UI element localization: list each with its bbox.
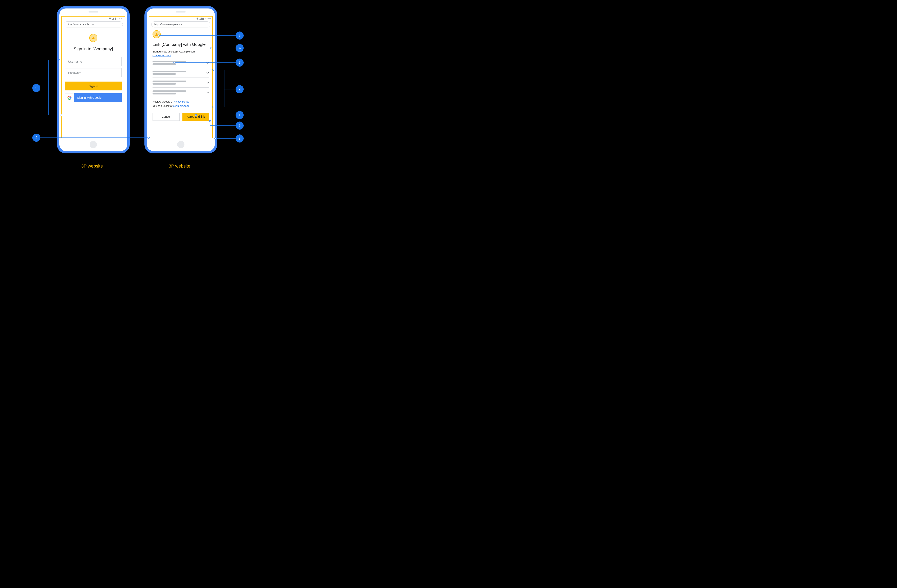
consent-actions: Cancel Agree and link — [153, 113, 209, 121]
url-text: https://www.example.com — [67, 23, 94, 26]
permissions-list — [153, 61, 209, 97]
battery-icon — [115, 18, 116, 20]
cellular-icon — [112, 18, 114, 20]
unlink-link[interactable]: example.com — [173, 104, 189, 107]
callout-badge-4: 4 — [32, 134, 40, 142]
connector-lines — [0, 0, 276, 181]
permission-text-placeholder — [153, 71, 204, 75]
svg-rect-0 — [115, 18, 116, 20]
url-text: https://www.example.com — [155, 23, 182, 26]
agree-button-label: Agree and link — [187, 115, 205, 118]
cellular-icon — [199, 18, 202, 20]
permission-item[interactable] — [153, 81, 209, 88]
chevron-down-icon — [206, 91, 209, 94]
company-logo-badge — [89, 34, 97, 42]
wifi-icon — [109, 18, 111, 20]
callout-badge-5: 5 — [32, 84, 40, 92]
username-placeholder: Username — [68, 60, 82, 63]
username-field[interactable]: Username — [65, 57, 122, 66]
password-field[interactable]: Password — [65, 68, 122, 77]
company-logo-badge — [153, 30, 161, 38]
caption-right: 3P website — [169, 163, 190, 169]
privacy-policy-link[interactable]: Privacy Policy — [173, 100, 189, 103]
permission-item[interactable] — [153, 71, 209, 78]
url-bar[interactable]: https://www.example.com — [64, 21, 123, 27]
unlink-text: You can unlink at example.com — [153, 104, 209, 107]
screen-frame: 12:30 https://www.example.com Sign in to… — [61, 16, 125, 138]
diagram-stage: 12:30 https://www.example.com Sign in to… — [0, 0, 276, 181]
phone-mockup-consent: 12:30 https://www.example.com Link [Comp… — [144, 6, 217, 153]
google-logo-icon — [65, 93, 74, 102]
home-button[interactable] — [177, 141, 184, 148]
password-placeholder: Password — [68, 71, 81, 75]
status-time: 12:30 — [117, 17, 123, 20]
permission-text-placeholder — [153, 61, 204, 65]
screen-frame: 12:30 https://www.example.com Link [Comp… — [149, 16, 213, 138]
svg-rect-2 — [202, 18, 204, 20]
url-bar[interactable]: https://www.example.com — [151, 21, 210, 27]
consent-content: Link [Company] with Google Signed in as … — [151, 29, 210, 137]
callout-badge-8: 8 — [236, 32, 243, 40]
permission-text-placeholder — [153, 90, 204, 95]
agree-and-link-button[interactable]: Agree and link — [182, 113, 209, 121]
permission-item[interactable] — [153, 61, 209, 68]
home-button[interactable] — [90, 141, 97, 148]
callout-badge-1: 1 — [236, 111, 243, 119]
change-account-link[interactable]: change account — [153, 54, 171, 57]
signin-content: Sign in to [Company] Username Password S… — [64, 29, 123, 137]
phone-mockup-signin: 12:30 https://www.example.com Sign in to… — [57, 6, 130, 153]
caption-left: 3P website — [81, 163, 103, 169]
callout-badge-2: 2 — [236, 85, 243, 93]
battery-icon — [202, 18, 204, 20]
phone-speaker — [89, 11, 98, 12]
callout-badge-3: 3 — [236, 134, 243, 142]
consent-title: Link [Company] with Google — [153, 42, 209, 47]
callout-badge-A: A — [236, 44, 243, 52]
cancel-button-label: Cancel — [162, 115, 170, 118]
signin-title: Sign in to [Company] — [64, 46, 123, 51]
permission-text-placeholder — [153, 81, 204, 85]
callout-badge-7: 7 — [236, 58, 243, 67]
chevron-down-icon — [206, 71, 209, 75]
google-signin-label: Sign in with Google — [74, 93, 122, 102]
status-time: 12:30 — [205, 17, 211, 20]
chevron-down-icon — [206, 81, 209, 84]
signed-in-as-text: Signed in as user123@example.com — [153, 50, 209, 53]
status-bar: 12:30 — [109, 17, 123, 20]
signin-button-label: Sign In — [89, 84, 98, 88]
google-signin-button[interactable]: Sign in with Google — [65, 93, 122, 102]
privacy-policy-text: Review Google's Privacy Policy — [153, 100, 209, 103]
callout-badge-6: 6 — [236, 122, 243, 130]
permission-item[interactable] — [153, 90, 209, 97]
cancel-button[interactable]: Cancel — [153, 113, 180, 121]
wifi-icon — [196, 18, 199, 20]
signin-button[interactable]: Sign In — [65, 81, 122, 90]
phone-speaker — [176, 11, 186, 12]
chevron-down-icon — [206, 61, 209, 64]
status-bar: 12:30 — [196, 17, 211, 20]
